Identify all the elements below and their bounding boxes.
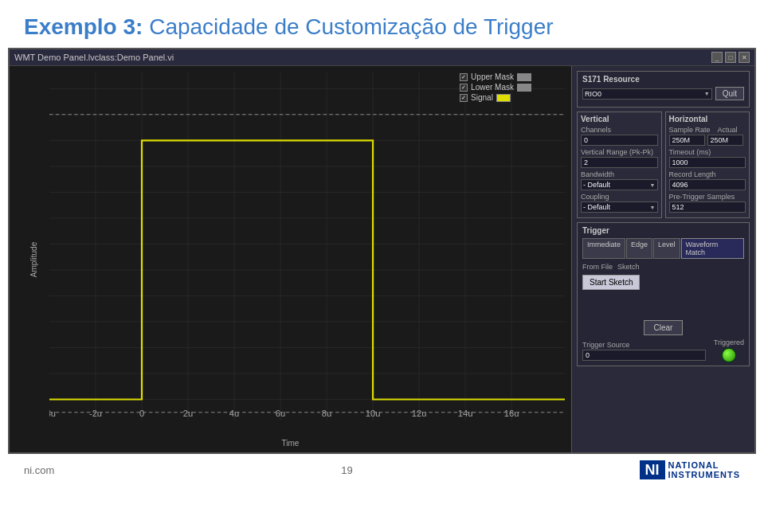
sample-rate-actual-label: Actual [718, 126, 738, 134]
sketch-area [582, 293, 744, 317]
range-label: Vertical Range (Pk-Pk) [581, 148, 658, 156]
trigger-source-input[interactable] [582, 350, 706, 361]
sample-rate-actual-input[interactable] [707, 135, 743, 146]
clear-button[interactable]: Clear [644, 320, 684, 335]
record-length-label: Record Length [669, 170, 746, 178]
svg-text:12u: 12u [412, 409, 427, 417]
ni-badge: NI [640, 460, 665, 479]
coupling-arrow: ▼ [650, 205, 656, 210]
tab-level[interactable]: Level [653, 238, 680, 259]
bandwidth-dropdown[interactable]: - Default ▼ [581, 179, 658, 190]
sample-rate-field: Sample Rate Actual [669, 126, 746, 146]
close-button[interactable]: ✕ [739, 52, 750, 63]
trigger-section: Trigger Immediate Edge Level Waveform Ma… [577, 222, 750, 366]
trigger-source-label: Trigger Source [582, 341, 706, 349]
pre-trigger-field: Pre-Trigger Samples [669, 193, 746, 213]
maximize-button[interactable]: □ [725, 52, 736, 63]
pre-trigger-label: Pre-Trigger Samples [669, 193, 746, 201]
chart-svg: 1.2V 1.1V 1V 900mV 800mV 700mV 600mV 500… [49, 72, 565, 421]
window-content: Amplitude ✓ Upper Mask ✓ Lower Mask ✓ Si… [10, 66, 754, 452]
from-file-label: From File [582, 263, 613, 271]
page-title: Exemplo 3: Capacidade de Customização de… [24, 14, 740, 40]
trigger-title: Trigger [582, 226, 744, 235]
footer-page-number: 19 [341, 464, 352, 476]
timeout-label: Timeout (ms) [669, 148, 746, 156]
tab-waveform-match[interactable]: Waveform Match [681, 238, 744, 259]
svg-text:2u: 2u [183, 409, 193, 417]
legend-item-upper-mask: ✓ Upper Mask [460, 72, 531, 81]
bandwidth-arrow: ▼ [650, 182, 656, 188]
triggered-led [722, 348, 736, 362]
x-axis-label: Time [282, 439, 300, 448]
bandwidth-label: Bandwidth [581, 170, 658, 178]
legend-color-lower [517, 84, 531, 92]
legend-check-upper[interactable]: ✓ [460, 73, 468, 81]
channels-label: Channels [581, 126, 658, 134]
horizontal-section: Horizontal Sample Rate Actual Timeout (m… [665, 111, 750, 218]
legend-label-signal: Signal [471, 93, 493, 102]
tab-edge[interactable]: Edge [626, 238, 652, 259]
svg-text:0: 0 [139, 409, 144, 417]
range-input[interactable] [581, 157, 658, 168]
svg-text:6u: 6u [276, 409, 285, 417]
channels-input[interactable]: 0 [581, 135, 658, 146]
window-controls: _ □ ✕ [711, 52, 750, 63]
channels-field: Channels 0 [581, 126, 658, 146]
legend-label-upper: Upper Mask [471, 72, 514, 81]
legend-color-upper [517, 73, 531, 81]
title-rest: Capacidade de Customização de Trigger [143, 14, 553, 39]
range-field: Vertical Range (Pk-Pk) [581, 148, 658, 168]
trigger-tabs: Immediate Edge Level Waveform Match [582, 238, 744, 259]
ni-line2: INSTRUMENTS [668, 470, 740, 479]
coupling-label: Coupling [581, 193, 658, 201]
resource-row: RIO0 ▼ Quit [582, 87, 744, 100]
bandwidth-value: - Default [583, 181, 610, 189]
resource-section: S171 Resource RIO0 ▼ Quit [577, 71, 750, 108]
footer-url: ni.com [24, 464, 54, 476]
resource-dropdown-arrow: ▼ [704, 91, 710, 96]
record-length-field: Record Length [669, 170, 746, 190]
horizontal-title: Horizontal [669, 115, 746, 123]
resource-dropdown[interactable]: RIO0 ▼ [582, 88, 712, 100]
title-prefix: Exemplo 3: [24, 14, 143, 39]
right-panel: S171 Resource RIO0 ▼ Quit Vertical Chann… [571, 66, 754, 452]
chart-legend: ✓ Upper Mask ✓ Lower Mask ✓ Signal [460, 72, 531, 102]
footer: ni.com 19 NI NATIONAL INSTRUMENTS [0, 454, 764, 486]
triggered-label: Triggered [714, 338, 744, 346]
legend-check-lower[interactable]: ✓ [460, 84, 468, 92]
vertical-title: Vertical [581, 115, 658, 123]
page-header: Exemplo 3: Capacidade de Customização de… [0, 0, 764, 48]
trigger-bottom: Trigger Source Triggered [582, 338, 744, 362]
sketch-label: Sketch [617, 263, 640, 271]
app-window: WMT Demo Panel.lvclass:Demo Panel.vi _ □… [8, 48, 756, 454]
triggered-group: Triggered [714, 338, 744, 362]
tab-immediate[interactable]: Immediate [582, 238, 625, 259]
svg-text:14u: 14u [458, 409, 473, 417]
legend-color-signal [496, 94, 511, 102]
record-length-input[interactable] [669, 179, 746, 190]
svg-text:-2u: -2u [89, 409, 102, 417]
sample-rate-input[interactable] [669, 135, 705, 146]
legend-item-signal: ✓ Signal [460, 93, 531, 102]
svg-text:4u: 4u [229, 409, 239, 417]
coupling-value: - Default [583, 203, 610, 211]
resource-dropdown-value: RIO0 [585, 90, 601, 98]
timeout-input[interactable] [669, 157, 746, 168]
legend-label-lower: Lower Mask [471, 83, 514, 92]
svg-text:-4u: -4u [49, 409, 56, 417]
vertical-section: Vertical Channels 0 Vertical Range (Pk-P… [577, 111, 662, 218]
coupling-dropdown[interactable]: - Default ▼ [581, 201, 658, 213]
legend-check-signal[interactable]: ✓ [460, 94, 468, 102]
quit-button[interactable]: Quit [715, 87, 744, 100]
minimize-button[interactable]: _ [711, 52, 723, 63]
footer-logo: NI NATIONAL INSTRUMENTS [640, 460, 740, 479]
window-titlebar: WMT Demo Panel.lvclass:Demo Panel.vi _ □… [10, 49, 754, 66]
pre-trigger-input[interactable] [669, 201, 746, 213]
start-sketch-button[interactable]: Start Sketch [582, 275, 640, 290]
svg-text:10u: 10u [366, 409, 381, 417]
ni-text: NATIONAL INSTRUMENTS [668, 460, 740, 479]
trigger-source-group: Trigger Source [582, 341, 706, 361]
trigger-sub-row: From File Sketch [582, 263, 744, 271]
vert-horiz-row: Vertical Channels 0 Vertical Range (Pk-P… [577, 111, 750, 218]
bandwidth-field: Bandwidth - Default ▼ [581, 170, 658, 190]
